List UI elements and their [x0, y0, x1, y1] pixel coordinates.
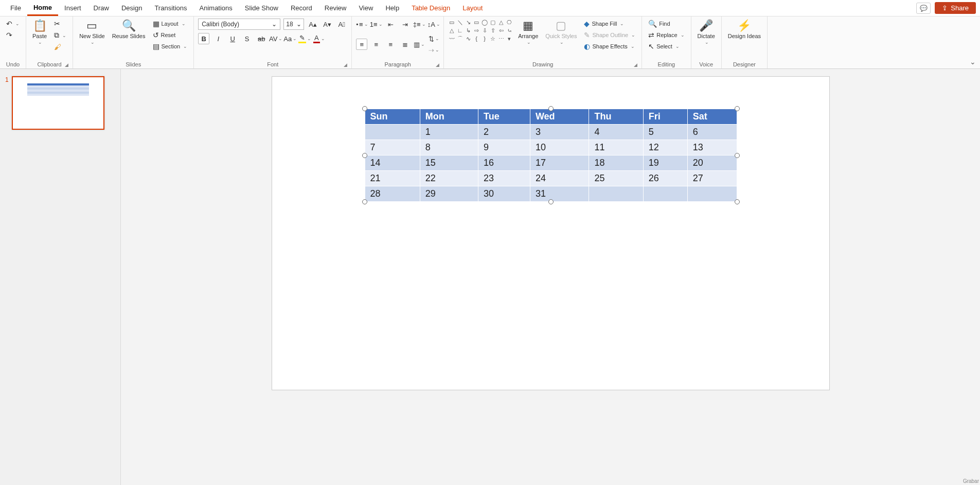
table-cell[interactable]: 18	[589, 155, 643, 171]
columns-button[interactable]: ▥	[414, 39, 425, 50]
table-cell[interactable]	[589, 186, 643, 202]
tab-insert[interactable]: Insert	[58, 1, 87, 15]
align-text-button[interactable]: ⇅	[428, 33, 439, 44]
tab-help[interactable]: Help	[379, 1, 405, 15]
table-cell[interactable]: 15	[420, 155, 478, 171]
new-slide-button[interactable]: ▭New Slide	[77, 19, 107, 46]
shape-fill-button[interactable]: ◆Shape Fill	[582, 19, 637, 29]
table-cell[interactable]: 17	[530, 155, 589, 171]
table-cell[interactable]: 29	[420, 186, 478, 202]
table-cell[interactable]	[643, 186, 687, 202]
slide[interactable]: Sun Mon Tue Wed Thu Fri Sat 123456789101…	[272, 76, 830, 390]
change-case-button[interactable]: Aa	[284, 33, 296, 44]
table-cell[interactable]: 20	[687, 155, 737, 171]
table-cell[interactable]: 28	[365, 186, 420, 202]
font-color-button[interactable]: A	[313, 33, 325, 44]
handle-tm[interactable]	[548, 106, 554, 111]
cal-head[interactable]: Thu	[589, 109, 643, 125]
handle-br[interactable]	[735, 199, 740, 204]
reset-button[interactable]: ↺Reset	[151, 30, 190, 40]
tab-layout[interactable]: Layout	[456, 1, 489, 15]
underline-button[interactable]: U	[227, 33, 238, 44]
table-cell[interactable]: 22	[420, 171, 478, 186]
table-cell[interactable]: 26	[643, 171, 687, 186]
tab-file[interactable]: File	[4, 1, 27, 15]
tab-view[interactable]: View	[352, 1, 379, 15]
reuse-slides-button[interactable]: 🔍Reuse Slides	[110, 19, 148, 40]
cal-head[interactable]: Mon	[420, 109, 478, 125]
table-cell[interactable]: 7	[365, 140, 420, 155]
table-cell[interactable]: 5	[643, 125, 687, 140]
bullets-button[interactable]: 🞄≡	[356, 19, 367, 30]
table-row[interactable]: 14151617181920	[365, 155, 737, 171]
align-right-button[interactable]: ≡	[385, 39, 396, 50]
table-cell[interactable]: 3	[530, 125, 589, 140]
cal-head[interactable]: Sat	[687, 109, 737, 125]
tab-review[interactable]: Review	[318, 1, 353, 15]
find-button[interactable]: 🔍Find	[646, 19, 672, 29]
decrease-font-button[interactable]: A▾	[322, 19, 333, 30]
table-cell[interactable]: 4	[589, 125, 643, 140]
share-button[interactable]: ⇪Share	[935, 2, 976, 14]
align-center-button[interactable]: ≡	[370, 39, 382, 50]
table-cell[interactable]: 14	[365, 155, 420, 171]
numbering-button[interactable]: 1≡	[370, 19, 382, 30]
char-spacing-button[interactable]: AV	[270, 33, 281, 44]
arrange-button[interactable]: ▦Arrange	[516, 19, 540, 46]
replace-button[interactable]: ⇄Replace	[646, 30, 686, 40]
handle-mr[interactable]	[735, 153, 740, 158]
paste-button[interactable]: 📋Paste	[30, 19, 49, 46]
text-direction-button[interactable]: ↕A	[428, 19, 439, 30]
justify-button[interactable]: ≣	[399, 39, 411, 50]
tab-transitions[interactable]: Transitions	[148, 1, 193, 15]
table-cell[interactable]: 21	[365, 171, 420, 186]
clear-formatting-button[interactable]: A⃠	[336, 19, 347, 30]
tab-home[interactable]: Home	[27, 1, 58, 16]
undo-button[interactable]: ↶	[4, 19, 22, 29]
line-spacing-button[interactable]: ‡≡	[414, 19, 425, 30]
bold-button[interactable]: B	[198, 33, 209, 44]
decrease-indent-button[interactable]: ⇤	[385, 19, 396, 30]
font-size-select[interactable]: 18⌄	[283, 19, 304, 30]
shapes-gallery[interactable]: ▭＼↘▭◯▢△⎔ △∟↳⇨⇩⇧⇦⤿ 〰⌒∿{}☆⋯▾	[448, 19, 513, 42]
table-cell[interactable]: 16	[478, 155, 530, 171]
cal-head[interactable]: Tue	[478, 109, 530, 125]
italic-button[interactable]: I	[212, 33, 224, 44]
handle-tl[interactable]	[362, 106, 367, 111]
tab-slideshow[interactable]: Slide Show	[239, 1, 284, 15]
handle-bl[interactable]	[362, 199, 367, 204]
shape-effects-button[interactable]: ◐Shape Effects	[582, 41, 637, 51]
font-name-select[interactable]: Calibri (Body)⌄	[198, 19, 280, 30]
design-ideas-button[interactable]: ⚡Design Ideas	[726, 19, 763, 40]
table-row[interactable]: 123456	[365, 125, 737, 140]
tab-design[interactable]: Design	[115, 1, 148, 15]
handle-tr[interactable]	[735, 106, 740, 111]
format-painter-button[interactable]: 🖌	[52, 42, 68, 52]
tab-draw[interactable]: Draw	[87, 1, 115, 15]
smartart-button[interactable]: ⇢	[428, 44, 439, 56]
select-button[interactable]: ↖Select	[646, 41, 682, 51]
table-cell[interactable]: 8	[420, 140, 478, 155]
collapse-ribbon-button[interactable]: ⌄	[970, 58, 976, 66]
paragraph-launcher[interactable]: ◢	[436, 62, 439, 67]
table-cell[interactable]: 31	[530, 186, 589, 202]
table-cell[interactable]: 19	[643, 155, 687, 171]
table-row[interactable]: 21222324252627	[365, 171, 737, 186]
cal-head[interactable]: Wed	[530, 109, 589, 125]
table-cell[interactable]: 12	[643, 140, 687, 155]
comments-button[interactable]: 💬	[916, 3, 931, 14]
table-selection[interactable]: Sun Mon Tue Wed Thu Fri Sat 123456789101…	[365, 109, 737, 202]
table-cell[interactable]: 27	[687, 171, 737, 186]
handle-bm[interactable]	[548, 199, 554, 204]
drawing-launcher[interactable]: ◢	[634, 62, 637, 67]
slide-thumbnail-1[interactable]	[12, 76, 104, 130]
font-launcher[interactable]: ◢	[344, 62, 347, 67]
increase-font-button[interactable]: A▴	[307, 19, 318, 30]
tab-record[interactable]: Record	[284, 1, 318, 15]
tab-animations[interactable]: Animations	[193, 1, 239, 15]
dictate-button[interactable]: 🎤Dictate	[696, 19, 717, 46]
table-cell[interactable]: 10	[530, 140, 589, 155]
clipboard-launcher[interactable]: ◢	[65, 62, 68, 67]
handle-ml[interactable]	[362, 153, 367, 158]
layout-button[interactable]: ▦Layout	[151, 19, 190, 29]
